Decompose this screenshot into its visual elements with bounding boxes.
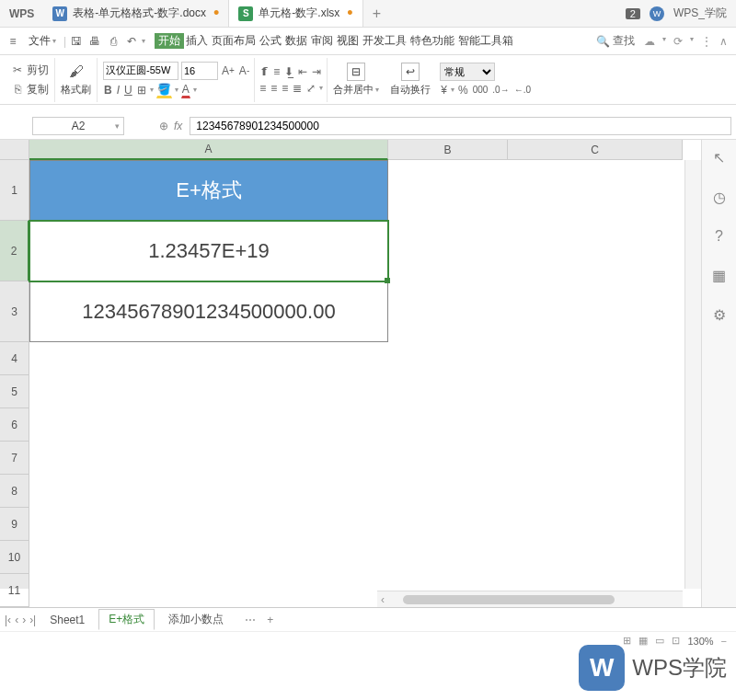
notification-badge[interactable]: 2 [626,8,640,19]
cell-a3[interactable]: 12345678901234500000.00 [29,281,388,342]
help-icon[interactable]: ? [715,228,723,245]
merge-button[interactable]: ⊟ 合并居中▾ [328,61,385,98]
name-box[interactable]: A2 [32,117,124,135]
sheet-tab-3[interactable]: 添加小数点 [158,609,234,630]
menu-icon[interactable]: ≡ [5,35,21,48]
preview-icon[interactable]: ⎙ [105,35,121,48]
save-icon[interactable]: 🖫 [68,35,85,48]
ribbon-tab-formula[interactable]: 公式 [258,33,283,49]
wps-home-tab[interactable]: WPS [0,0,43,27]
ribbon-tab-insert[interactable]: 插入 [184,33,210,49]
font-select[interactable] [103,62,178,80]
indent-left-icon[interactable]: ⇤ [297,64,308,79]
fx-icon[interactable]: fx [174,120,182,132]
sheet-nav-next[interactable]: › [22,614,26,626]
cursor-icon[interactable]: ↖ [713,149,725,166]
bold-icon[interactable]: B [103,83,113,98]
ribbon-tab-feature[interactable]: 特色功能 [408,33,456,49]
row-header-5[interactable]: 5 [0,375,29,408]
ribbon-tab-home[interactable]: 开始 [155,33,184,49]
italic-icon[interactable]: I [116,83,121,98]
search-button[interactable]: 🔍 查找 [592,33,638,49]
percent-icon[interactable]: % [457,83,469,98]
clock-icon[interactable]: ◷ [713,189,726,206]
fill-handle[interactable] [385,278,390,283]
row-header-11[interactable]: 11 [0,574,29,607]
indent-right-icon[interactable]: ⇥ [311,64,322,79]
col-header-c[interactable]: C [508,140,683,160]
orientation-icon[interactable]: ⤢ [305,81,316,96]
fill-color-icon[interactable]: 🪣 [156,82,172,98]
sheet-nav-last[interactable]: ›| [29,614,36,626]
horizontal-scrollbar[interactable]: ‹ [377,591,683,607]
cloud-icon[interactable]: ☁ [644,35,655,48]
sheet-more-icon[interactable]: ⋯ [245,614,256,626]
align-top-icon[interactable]: ⬆̄ [259,64,270,79]
doc-tab-sheet[interactable]: S 单元格-数字.xlsx • [229,0,362,27]
ribbon-tab-dev[interactable]: 开发工具 [361,33,408,49]
ribbon-tab-data[interactable]: 数据 [283,33,309,49]
justify-icon[interactable]: ≣ [292,81,303,96]
col-header-b[interactable]: B [388,140,508,160]
comma-icon[interactable]: 000 [472,84,489,96]
add-sheet-icon[interactable]: + [267,614,273,626]
target-icon[interactable]: ⊕ [159,120,168,132]
new-tab-button[interactable]: + [363,6,390,22]
cell-grid[interactable]: E+格式 1.23457E+19 12345678901234500000.00 [29,160,683,589]
wrap-button[interactable]: ↩ 自动换行 [385,61,436,98]
sync-icon[interactable]: ⟳ [673,35,683,48]
number-format-select[interactable]: 常规 [440,63,495,81]
vertical-scrollbar[interactable] [684,160,701,589]
decrease-font-icon[interactable]: A- [238,63,250,78]
scroll-thumb[interactable] [403,595,615,604]
undo-dropdown[interactable]: ▾ [142,37,145,45]
print-icon[interactable]: 🖶 [86,35,103,48]
row-header-4[interactable]: 4 [0,342,29,375]
sheet-tab-2[interactable]: E+格式 [98,609,155,630]
ribbon-tab-layout[interactable]: 页面布局 [210,33,258,49]
col-header-a[interactable]: A [29,140,388,160]
formula-input[interactable] [190,117,731,135]
apps-icon[interactable]: ▦ [712,267,726,284]
ribbon-tab-smart[interactable]: 智能工具箱 [456,33,515,49]
sheet-tab-1[interactable]: Sheet1 [40,611,95,629]
row-header-1[interactable]: 1 [0,160,29,221]
undo-icon[interactable]: ↶ [123,35,140,48]
font-color-icon[interactable]: A [181,82,190,98]
row-header-8[interactable]: 8 [0,475,29,508]
underline-icon[interactable]: U [123,83,133,98]
row-header-2[interactable]: 2 [0,221,29,281]
file-menu[interactable]: 文件▾ [23,33,62,49]
align-bottom-icon[interactable]: ⬇̲ [283,64,294,79]
select-all-corner[interactable] [0,140,29,160]
align-center-icon[interactable]: ≡ [270,81,278,96]
row-header-9[interactable]: 9 [0,508,29,541]
cell-a1[interactable]: E+格式 [29,160,388,221]
ribbon-tab-view[interactable]: 视图 [335,33,361,49]
row-header-3[interactable]: 3 [0,281,29,342]
sheet-nav-prev[interactable]: ‹ [15,614,18,626]
cell-a2[interactable]: 1.23457E+19 [29,221,388,281]
doc-tab-word[interactable]: W 表格-单元格格式-数字.docx • [43,0,229,27]
align-middle-icon[interactable]: ≡ [272,64,281,79]
border-icon[interactable]: ⊞ [136,83,147,98]
row-header-7[interactable]: 7 [0,442,29,475]
settings-icon[interactable]: ⚙ [713,306,726,324]
align-left-icon[interactable]: ≡ [259,81,267,96]
decrease-decimal-icon[interactable]: ←.0 [513,84,532,96]
cut-button[interactable]: ✂剪切 [8,62,51,79]
profile-icon[interactable]: W [650,6,664,21]
currency-icon[interactable]: ¥ [440,83,448,98]
increase-decimal-icon[interactable]: .0→ [491,84,510,96]
more-icon[interactable]: ⋮ [701,35,712,48]
sheet-nav-first[interactable]: |‹ [5,614,11,626]
format-brush-button[interactable]: 🖌 格式刷 [55,61,97,98]
increase-font-icon[interactable]: A+ [221,63,236,78]
font-size-select[interactable] [181,62,218,80]
row-header-6[interactable]: 6 [0,408,29,442]
ribbon-tab-review[interactable]: 审阅 [309,33,335,49]
collapse-icon[interactable]: ∧ [719,35,728,48]
align-right-icon[interactable]: ≡ [281,81,289,96]
copy-button[interactable]: ⎘复制 [8,81,51,98]
row-header-10[interactable]: 10 [0,541,29,574]
